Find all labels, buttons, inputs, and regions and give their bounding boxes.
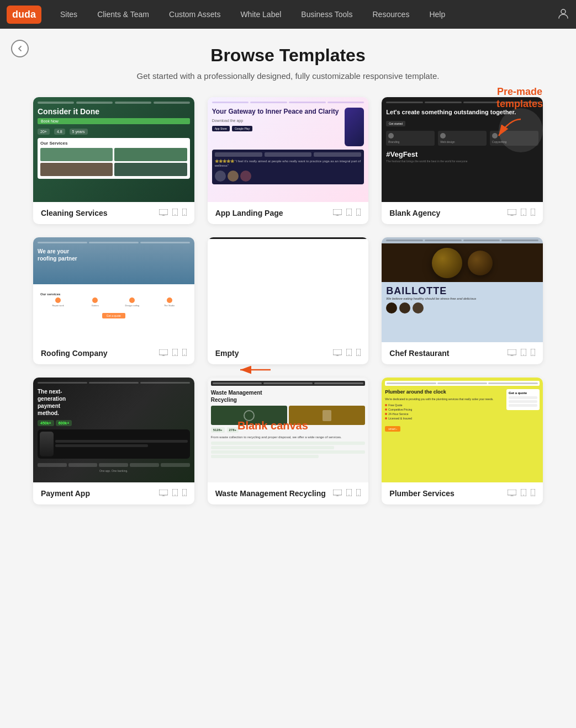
mobile-icon — [531, 349, 535, 358]
desktop-icon — [333, 349, 342, 358]
svg-point-37 — [358, 354, 359, 355]
desktop-icon — [333, 209, 342, 217]
svg-point-63 — [523, 495, 524, 496]
svg-point-13 — [349, 214, 350, 215]
user-icon[interactable] — [557, 7, 569, 22]
nav-item-resources[interactable]: Resources — [362, 0, 419, 29]
svg-point-65 — [532, 495, 533, 495]
mobile-icon — [182, 349, 187, 358]
mobile-icon — [182, 209, 187, 217]
template-card-app[interactable]: Your Gateway to Inner Peace and Clarity … — [208, 97, 369, 224]
template-footer-roofing: Roofing Company — [33, 342, 194, 364]
svg-point-30 — [184, 354, 184, 355]
main-content: Browse Templates Get started with a prof… — [0, 29, 576, 538]
template-icons-empty — [333, 349, 361, 358]
mobile-icon — [356, 489, 361, 498]
svg-point-0 — [561, 9, 566, 14]
nav-item-white-label[interactable]: White Label — [230, 0, 291, 29]
template-card-empty[interactable]: Empty — [208, 237, 369, 364]
nav-item-custom-assets[interactable]: Custom Assets — [159, 0, 230, 29]
nav-item-clients-team[interactable]: Clients & Team — [87, 0, 159, 29]
template-name-waste: Waste Management Recycling — [215, 489, 326, 498]
template-card-payment[interactable]: The next-generationpaymentmethod. 450k+ … — [33, 378, 194, 504]
template-icons-plumber — [508, 489, 535, 498]
template-card-roofing[interactable]: We are yourroofing partner Our services … — [33, 237, 194, 364]
back-button[interactable] — [11, 40, 29, 57]
desktop-icon — [159, 209, 168, 217]
template-footer-plumber: Plumber Services — [382, 482, 543, 504]
template-footer-payment: Payment App — [33, 482, 194, 504]
template-grid-row1: Consider it Done Book Now 20+ 4.8 5 year… — [33, 97, 543, 224]
template-card-chef[interactable]: BAILLOTTE We believe eating healthy shou… — [382, 237, 543, 364]
template-preview-waste: Waste ManagementRecycling 5128+ 278+ Fro — [208, 378, 369, 482]
template-icons-chef — [508, 349, 535, 358]
mobile-icon — [531, 489, 535, 498]
svg-rect-24 — [159, 349, 168, 355]
template-icons-waste — [333, 489, 361, 498]
svg-rect-2 — [159, 209, 168, 215]
desktop-icon — [508, 490, 516, 498]
svg-rect-59 — [508, 490, 516, 495]
page-title: Browse Templates — [33, 45, 543, 66]
nav-item-help[interactable]: Help — [419, 0, 455, 29]
desktop-icon — [159, 490, 168, 498]
mobile-icon — [182, 489, 187, 498]
tablet-icon — [172, 209, 178, 217]
svg-rect-45 — [159, 490, 168, 495]
template-card-cleaning[interactable]: Consider it Done Book Now 20+ 4.8 5 year… — [33, 97, 194, 224]
mobile-icon — [356, 209, 361, 217]
tablet-icon — [346, 489, 352, 498]
template-name-app: App Landing Page — [215, 209, 283, 217]
svg-point-28 — [175, 354, 176, 355]
template-icons-cleaning — [159, 209, 187, 217]
template-icons-app — [333, 209, 361, 217]
svg-point-44 — [532, 354, 533, 355]
template-preview-plumber: Plumber around the clock We're dedicated… — [382, 378, 543, 482]
template-grid-row2: We are yourroofing partner Our services … — [33, 237, 543, 364]
template-footer-waste: Waste Management Recycling — [208, 482, 369, 504]
svg-point-6 — [175, 214, 176, 215]
template-name-roofing: Roofing Company — [41, 349, 108, 358]
svg-point-8 — [184, 214, 184, 215]
template-card-plumber[interactable]: Plumber around the clock We're dedicated… — [382, 378, 543, 504]
nav-item-business-tools[interactable]: Business Tools — [291, 0, 362, 29]
template-preview-roofing: We are yourroofing partner Our services … — [33, 237, 194, 342]
template-preview-payment: The next-generationpaymentmethod. 450k+ … — [33, 378, 194, 482]
template-preview-agency: Let's create something outstanding toget… — [382, 97, 543, 202]
row2-wrapper: Blank canvas We are yourroofing partner … — [33, 237, 543, 364]
template-footer-cleaning: Cleaning Services — [33, 202, 194, 224]
template-preview-cleaning: Consider it Done Book Now 20+ 4.8 5 year… — [33, 97, 194, 202]
svg-point-15 — [358, 214, 359, 215]
template-name-empty: Empty — [215, 349, 239, 358]
template-icons-payment — [159, 489, 187, 498]
template-card-waste[interactable]: Waste ManagementRecycling 5128+ 278+ Fro — [208, 378, 369, 504]
desktop-icon — [508, 209, 516, 217]
svg-point-51 — [184, 495, 184, 495]
svg-rect-31 — [333, 349, 342, 355]
svg-point-20 — [523, 214, 524, 215]
template-name-agency: Blank Agency — [389, 209, 440, 217]
tablet-icon — [172, 489, 178, 498]
tablet-icon — [346, 349, 352, 358]
template-grid-row3: The next-generationpaymentmethod. 450k+ … — [33, 378, 543, 504]
page-subtitle: Get started with a professionally design… — [33, 71, 543, 81]
desktop-icon — [333, 490, 342, 498]
template-card-agency[interactable]: Let's create something outstanding toget… — [382, 97, 543, 224]
svg-point-35 — [349, 354, 350, 355]
template-footer-agency: Blank Agency — [382, 202, 543, 224]
template-preview-app: Your Gateway to Inner Peace and Clarity … — [208, 97, 369, 202]
tablet-icon — [172, 349, 178, 358]
mobile-icon — [531, 209, 535, 217]
desktop-icon — [508, 349, 516, 358]
desktop-icon — [159, 349, 168, 358]
svg-point-49 — [175, 495, 176, 496]
svg-rect-52 — [333, 490, 342, 495]
page-header: Browse Templates Get started with a prof… — [33, 45, 543, 81]
svg-point-58 — [358, 495, 359, 495]
tablet-icon — [346, 209, 352, 217]
template-preview-chef: BAILLOTTE We believe eating healthy shou… — [382, 237, 543, 342]
template-preview-empty — [208, 237, 369, 342]
nav-item-sites[interactable]: Sites — [50, 0, 87, 29]
svg-rect-16 — [508, 209, 516, 215]
logo[interactable]: duda — [7, 6, 41, 24]
